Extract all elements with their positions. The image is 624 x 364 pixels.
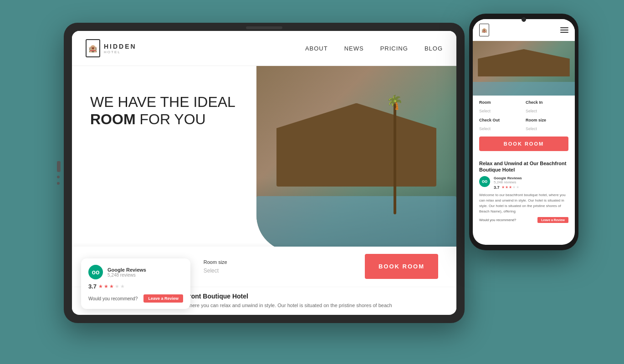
tablet-screen: HIDDEN HOTEL ABOUT NEWS PRICING BLOG WE …: [72, 31, 456, 315]
phone-booking-grid: Room Select Check In Select Check Out Se…: [479, 100, 568, 132]
phone-star-4: ★: [512, 185, 516, 189]
review-header: oo Google Reviews 5,248 reviews: [88, 265, 183, 279]
recommend-text: Would you recommend?: [88, 296, 138, 301]
tablet-logo: HIDDEN HOTEL: [86, 39, 137, 57]
roomsize-field[interactable]: Room size Select: [204, 259, 227, 274]
phone-review-count: 5,248 reviews: [494, 180, 522, 184]
phone-checkout-label: Check Out: [479, 118, 522, 122]
phone-camera: [522, 17, 526, 22]
tripadvisor-icon: oo: [88, 265, 103, 279]
nav-about[interactable]: ABOUT: [305, 44, 328, 52]
phone-checkout-field[interactable]: Check Out Select: [479, 118, 522, 132]
phone-device: 🏨 Room Select Check In Select: [469, 14, 578, 250]
phone-star-3: ★: [509, 185, 512, 189]
roomsize-label: Room size: [204, 259, 227, 265]
phone-booking-form: Room Select Check In Select Check Out Se…: [473, 96, 575, 156]
tablet-navbar: HIDDEN HOTEL ABOUT NEWS PRICING BLOG: [72, 31, 456, 66]
hamburger-line-2: [560, 30, 568, 30]
rating-number: 3.7: [88, 283, 97, 290]
hero-heading-line1: WE HAVE THE IDEAL: [90, 93, 443, 111]
hero-rest: FOR YOU: [136, 111, 206, 127]
phone-hotel-water: [473, 82, 575, 96]
phone-star-rating: 3.7 ★ ★ ★ ★ ★: [494, 185, 522, 190]
phone-screen: 🏨 Room Select Check In Select: [473, 19, 575, 245]
phone-review-source: Google Reviews: [494, 176, 522, 180]
tablet-side-buttons: [57, 161, 61, 185]
phone-star-1: ★: [501, 185, 505, 189]
tablet-volume-button: [57, 161, 61, 172]
phone-room-field[interactable]: Room Select: [479, 100, 522, 114]
nav-news[interactable]: NEWS: [344, 44, 364, 52]
phone-checkout-select[interactable]: Select: [479, 126, 491, 131]
phone-review-card: oo Google Reviews 5,248 reviews 3.7 ★ ★ …: [479, 176, 568, 190]
phone-roomsize-field[interactable]: Room size Select: [526, 118, 568, 132]
phone-review-info: Google Reviews 5,248 reviews 3.7 ★ ★ ★ ★…: [494, 176, 522, 190]
review-source: Google Reviews: [107, 267, 146, 273]
nav-links: ABOUT NEWS PRICING BLOG: [305, 44, 443, 52]
phone-room-select[interactable]: Select: [479, 109, 491, 113]
phone-room-label: Room: [479, 100, 522, 105]
tablet-device: HIDDEN HOTEL ABOUT NEWS PRICING BLOG WE …: [64, 23, 465, 323]
hero-heading-line2: ROOM FOR YOU: [90, 111, 443, 128]
phone-rating-num: 3.7: [494, 185, 500, 190]
review-card: oo Google Reviews 5,248 reviews 3.7 ★ ★ …: [81, 258, 190, 309]
review-info: Google Reviews 5,248 reviews: [107, 267, 146, 278]
nav-blog[interactable]: BLOG: [425, 44, 443, 52]
tablet-hero: WE HAVE THE IDEAL ROOM FOR YOU Room: [72, 66, 456, 313]
review-footer: Would you recommend? Leave a Review: [88, 294, 183, 303]
phone-content: Relax and Unwind at Our Beachfront Bouti…: [473, 156, 575, 245]
phone-star-5: ★: [516, 185, 519, 189]
hotel-logo-icon: [86, 39, 100, 57]
phone-roomsize-label: Room size: [526, 118, 568, 122]
review-count: 5,248 reviews: [107, 273, 146, 278]
phone-hotel-roof: [478, 49, 570, 76]
star-rating: ★ ★ ★ ★ ★: [98, 283, 125, 289]
phone-content-text: Welcome to our beachfront boutique hotel…: [479, 192, 568, 214]
logo-text-group: HIDDEN HOTEL: [104, 43, 137, 54]
star-5: ★: [120, 283, 125, 289]
phone-checkin-label: Check In: [526, 100, 568, 105]
phone-navbar: 🏨: [473, 19, 575, 41]
brand-name: HIDDEN: [104, 43, 137, 50]
phone-roomsize-select[interactable]: Select: [526, 126, 537, 131]
star-3: ★: [109, 283, 114, 289]
tablet-button: [57, 176, 60, 178]
leave-review-button[interactable]: Leave a Review: [143, 294, 183, 303]
tablet-camera: [246, 26, 282, 29]
hamburger-line-3: [560, 32, 568, 33]
review-rating: 3.7 ★ ★ ★ ★ ★: [88, 283, 183, 290]
phone-tripadvisor-icon: oo: [479, 176, 490, 187]
phone-book-room-button[interactable]: BOOK ROOM: [479, 136, 568, 151]
phone-leave-review-button[interactable]: Leave a Review: [537, 217, 568, 223]
hero-bold-word: ROOM: [90, 111, 136, 127]
phone-checkin-select[interactable]: Select: [526, 109, 537, 113]
phone-review-footer: Would you recommend? Leave a Review: [479, 217, 568, 223]
phone-hero-image: [473, 41, 575, 96]
book-room-button[interactable]: BOOK ROOM: [365, 254, 438, 279]
tablet-button: [57, 182, 60, 185]
phone-checkin-field[interactable]: Check In Select: [526, 100, 568, 114]
phone-logo-icon: 🏨: [479, 24, 489, 36]
roomsize-select[interactable]: Select: [204, 268, 227, 274]
star-2: ★: [104, 283, 108, 289]
phone-content-title: Relax and Unwind at Our Beachfront Bouti…: [479, 160, 568, 173]
phone-recommend-text: Would you recommend?: [479, 218, 516, 222]
brand-subtitle: HOTEL: [104, 50, 137, 54]
star-4: ★: [115, 283, 119, 289]
hamburger-icon[interactable]: [560, 27, 568, 33]
star-1: ★: [98, 283, 103, 289]
phone-star-2: ★: [505, 185, 508, 189]
hamburger-line-1: [560, 27, 568, 28]
nav-pricing[interactable]: PRICING: [380, 44, 408, 52]
hero-heading: WE HAVE THE IDEAL ROOM FOR YOU: [90, 93, 443, 128]
